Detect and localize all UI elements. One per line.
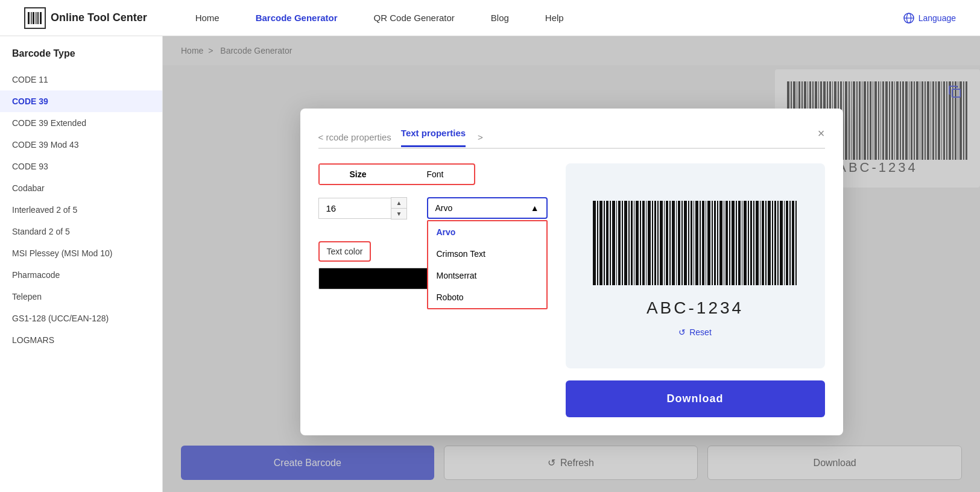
svg-rect-100: [666, 201, 668, 285]
nav-qr-code-generator[interactable]: QR Code Generator: [374, 13, 455, 23]
sidebar-item-code39mod43[interactable]: CODE 39 Mod 43: [0, 134, 162, 156]
modal-close-button[interactable]: ×: [818, 127, 825, 148]
font-option-arvo[interactable]: Arvo: [428, 221, 546, 243]
svg-rect-117: [717, 201, 718, 285]
svg-rect-116: [714, 201, 716, 285]
nav-blog[interactable]: Blog: [491, 13, 509, 23]
barcode-svg-wrap: [578, 201, 813, 285]
svg-rect-125: [742, 201, 742, 285]
modal: < rcode properties Text properties > × S…: [300, 109, 843, 435]
color-swatch[interactable]: [318, 268, 439, 289]
svg-rect-0: [28, 12, 30, 24]
svg-rect-103: [676, 201, 677, 285]
sub-tab-font[interactable]: Font: [397, 165, 474, 184]
sidebar-item-code93[interactable]: CODE 93: [0, 156, 162, 177]
modal-body: Size Font ▲ ▼: [318, 163, 825, 417]
modal-right-panel: ABC-1234 ↺ Reset Download: [566, 163, 825, 417]
svg-rect-114: [707, 201, 710, 285]
modal-left-panel: Size Font ▲ ▼: [318, 163, 548, 417]
text-color-label: Text color: [327, 247, 363, 256]
svg-rect-80: [606, 201, 609, 285]
svg-rect-88: [631, 201, 633, 285]
modal-tabs: < rcode properties Text properties > ×: [318, 127, 825, 149]
svg-rect-99: [664, 201, 665, 285]
sidebar-item-code39ext[interactable]: CODE 39 Extended: [0, 112, 162, 134]
svg-rect-84: [618, 201, 621, 285]
size-input[interactable]: [318, 198, 391, 219]
font-dropdown-trigger[interactable]: Arvo ▲: [427, 197, 548, 219]
content-area: Home > Barcode Generator: [163, 36, 980, 492]
nav-home[interactable]: Home: [195, 13, 220, 23]
svg-rect-4: [37, 12, 39, 24]
svg-rect-136: [774, 201, 776, 285]
sidebar-item-standard25[interactable]: Standard 2 of 5: [0, 221, 162, 242]
sidebar-item-interleaved[interactable]: Interleaved 2 of 5: [0, 199, 162, 221]
sidebar-item-gs1128[interactable]: GS1-128 (UCC/EAN-128): [0, 308, 162, 329]
modal-download-button[interactable]: Download: [566, 380, 825, 417]
svg-rect-126: [744, 201, 747, 285]
svg-rect-81: [610, 201, 611, 285]
svg-rect-131: [760, 201, 760, 285]
svg-rect-86: [624, 201, 627, 285]
svg-rect-5: [40, 12, 42, 24]
sidebar-item-code39[interactable]: CODE 39: [0, 90, 162, 112]
main-nav: Home Barcode Generator QR Code Generator…: [195, 13, 903, 23]
svg-rect-101: [669, 201, 671, 285]
svg-rect-112: [702, 201, 704, 285]
language-label: Language: [918, 13, 956, 23]
svg-rect-134: [768, 201, 771, 285]
sidebar-item-codabar[interactable]: Codabar: [0, 177, 162, 199]
sidebar-item-code11[interactable]: CODE 11: [0, 69, 162, 90]
font-option-montserrat[interactable]: Montserrat: [428, 265, 546, 286]
svg-rect-139: [784, 201, 785, 285]
logo-icon: [24, 7, 46, 29]
size-up-button[interactable]: ▲: [391, 198, 407, 209]
svg-rect-113: [706, 201, 706, 285]
sidebar-item-telepen[interactable]: Telepen: [0, 286, 162, 308]
svg-rect-127: [748, 201, 749, 285]
font-selected-label: Arvo: [435, 203, 453, 213]
sidebar: Barcode Type CODE 11 CODE 39 CODE 39 Ext…: [0, 36, 163, 492]
svg-rect-102: [672, 201, 675, 285]
header: Online Tool Center Home Barcode Generato…: [0, 0, 980, 36]
svg-rect-91: [640, 201, 641, 285]
text-color-label-wrap: Text color: [318, 241, 371, 262]
svg-rect-79: [604, 201, 605, 285]
svg-rect-95: [652, 201, 653, 285]
logo-text: Online Tool Center: [51, 11, 147, 24]
svg-rect-98: [660, 201, 663, 285]
size-down-button[interactable]: ▼: [391, 209, 407, 219]
font-option-roboto[interactable]: Roboto: [428, 286, 546, 308]
font-option-crimson[interactable]: Crimson Text: [428, 243, 546, 265]
svg-rect-78: [599, 201, 602, 285]
language-selector[interactable]: Language: [903, 12, 956, 24]
nav-barcode-generator[interactable]: Barcode Generator: [256, 13, 338, 23]
sidebar-item-pharmacode[interactable]: Pharmacode: [0, 264, 162, 286]
font-dropdown-wrap: Arvo ▲ Arvo Crimson Text Montserrat Robo…: [427, 197, 548, 219]
svg-rect-105: [681, 201, 683, 285]
svg-rect-2: [33, 12, 34, 24]
svg-rect-110: [695, 201, 698, 285]
tab-text-properties[interactable]: Text properties: [401, 128, 466, 147]
svg-rect-132: [762, 201, 764, 285]
svg-rect-89: [634, 201, 634, 285]
tab-next[interactable]: >: [478, 132, 483, 142]
svg-rect-121: [729, 201, 730, 285]
svg-rect-120: [726, 201, 728, 285]
reset-button[interactable]: ↺ Reset: [678, 327, 712, 337]
svg-rect-97: [657, 201, 659, 285]
svg-rect-93: [646, 201, 646, 285]
svg-rect-124: [738, 201, 741, 285]
sidebar-item-msi[interactable]: MSI Plessey (MSI Mod 10): [0, 242, 162, 264]
svg-rect-104: [678, 201, 680, 285]
svg-rect-106: [684, 201, 687, 285]
svg-rect-128: [750, 201, 752, 285]
tab-prev[interactable]: < rcode properties: [318, 132, 391, 142]
svg-rect-87: [628, 201, 630, 285]
sidebar-item-logmars[interactable]: LOGMARS: [0, 329, 162, 351]
svg-rect-82: [612, 201, 615, 285]
logo[interactable]: Online Tool Center: [24, 7, 147, 29]
font-dropdown-menu: Arvo Crimson Text Montserrat Roboto: [427, 220, 548, 309]
nav-help[interactable]: Help: [545, 13, 564, 23]
sub-tab-size[interactable]: Size: [320, 165, 397, 184]
